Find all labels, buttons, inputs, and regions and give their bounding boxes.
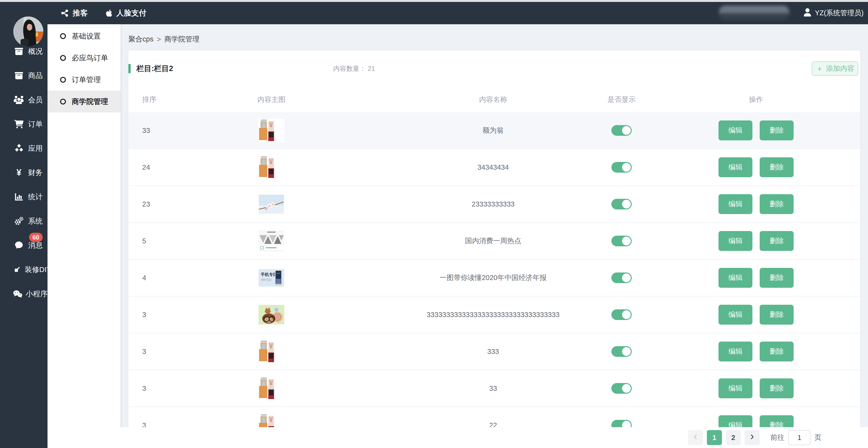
- avatar[interactable]: [13, 17, 43, 47]
- add-content-label: 添加内容: [826, 64, 854, 73]
- comment-icon: [12, 241, 25, 249]
- name-cell: 3333333333333333333333333333333333: [334, 311, 591, 319]
- visibility-toggle[interactable]: [611, 199, 632, 209]
- edit-button[interactable]: 编辑: [718, 379, 752, 398]
- content-thumbnail: 手机专区888元起BRZ: [258, 269, 284, 287]
- redacted-text: [719, 6, 789, 21]
- sort-cell: 33: [128, 126, 208, 135]
- visibility-toggle[interactable]: [611, 162, 632, 173]
- sidebar-item-decorate-diy[interactable]: 装修DIY: [0, 258, 48, 282]
- delete-button[interactable]: 删除: [760, 379, 794, 398]
- topnav-face-pay-label: 人脸支付: [116, 8, 146, 18]
- svg-text:手机专区: 手机专区: [260, 272, 277, 277]
- actions-cell: 编辑 删除: [652, 157, 860, 177]
- delete-button[interactable]: 删除: [760, 341, 794, 361]
- thumbnail-cell: 手机专区888元起BRZ: [208, 269, 334, 287]
- sidebar-item-label: 装修DIY: [25, 265, 51, 275]
- sidebar-item-members[interactable]: 会员: [0, 88, 48, 112]
- header-actions: 操作: [652, 95, 860, 104]
- delete-button[interactable]: 删除: [760, 194, 794, 214]
- page-unit-label: 页: [814, 433, 822, 442]
- gears-icon: [12, 217, 25, 226]
- submenu-item-label: 基础设置: [72, 31, 101, 41]
- sidebar-item-label: 订单: [28, 119, 43, 129]
- visible-cell: [591, 236, 652, 246]
- visibility-toggle[interactable]: [611, 125, 632, 136]
- visibility-toggle[interactable]: [611, 346, 632, 357]
- pagination-bar: 1 2 前往 页: [120, 427, 868, 448]
- visible-cell: [591, 125, 652, 136]
- prev-page-button[interactable]: [688, 430, 703, 445]
- header-sort: 排序: [128, 95, 208, 104]
- topnav-face-pay[interactable]: 人脸支付: [106, 8, 146, 18]
- edit-button[interactable]: 编辑: [718, 120, 752, 140]
- visibility-toggle[interactable]: [611, 272, 632, 283]
- yen-icon: ¥: [12, 168, 25, 178]
- bar-chart-icon: [12, 193, 25, 201]
- next-page-button[interactable]: [745, 430, 760, 445]
- sort-cell: 24: [128, 163, 208, 171]
- content-thumbnail: [258, 377, 284, 400]
- plus-icon: ＋: [816, 65, 823, 72]
- edit-button[interactable]: 编辑: [718, 157, 752, 177]
- user-menu[interactable]: YZ(系统管理员): [804, 8, 864, 18]
- sidebar-item-label: 小程序: [26, 289, 48, 299]
- submenu-item-basic-settings[interactable]: 基础设置: [48, 25, 120, 47]
- content-count-value: 21: [368, 65, 375, 72]
- edit-button[interactable]: 编辑: [718, 194, 752, 214]
- edit-button[interactable]: 编辑: [718, 341, 752, 361]
- sidebar-item-system[interactable]: 系统: [0, 209, 48, 233]
- content-thumbnail: [258, 119, 284, 142]
- name-cell: 国内消费一周热点: [334, 236, 591, 246]
- content-thumbnail: [259, 195, 284, 214]
- delete-button[interactable]: 删除: [760, 231, 794, 251]
- sidebar-item-messages[interactable]: 60 消息: [0, 233, 48, 258]
- sidebar-item-mini-program[interactable]: 小程序: [0, 282, 48, 306]
- sidebar-item-apps[interactable]: 应用: [0, 136, 48, 160]
- visible-cell: [591, 272, 652, 283]
- sidebar-item-label: 财务: [28, 168, 43, 178]
- visibility-toggle[interactable]: [611, 309, 632, 320]
- sidebar-item-goods[interactable]: 商品: [0, 63, 48, 88]
- apple-icon: [106, 9, 113, 17]
- topnav-tuike[interactable]: 推客: [61, 8, 88, 18]
- actions-cell: 编辑 删除: [652, 379, 860, 398]
- submenu-item-label: 商学院管理: [72, 97, 108, 107]
- delete-button[interactable]: 删除: [760, 305, 794, 325]
- breadcrumb-separator: >: [157, 35, 161, 43]
- sidebar-item-label: 应用: [28, 144, 43, 153]
- visibility-toggle[interactable]: [611, 383, 632, 394]
- table-row: 5 国内消费一周热点 编辑 删除: [128, 223, 860, 260]
- delete-button[interactable]: 删除: [760, 268, 794, 288]
- page-button-1[interactable]: 1: [707, 430, 722, 445]
- table-row: 33 额为翁 编辑 删除: [128, 112, 860, 149]
- submenu-item-business-school[interactable]: 商学院管理: [48, 91, 120, 113]
- delete-button[interactable]: 删除: [760, 157, 794, 177]
- page-button-2[interactable]: 2: [726, 430, 741, 445]
- thumbnail-cell: [208, 156, 334, 179]
- thumbnail-cell: [208, 230, 334, 251]
- submenu-item-order-management[interactable]: 订单管理: [48, 69, 120, 91]
- sidebar-item-finance[interactable]: ¥ 财务: [0, 160, 48, 185]
- page-title: 栏目:栏目2: [136, 63, 173, 74]
- svg-text:888元起: 888元起: [261, 278, 272, 281]
- topbar: 推客 人脸支付 YZ(系统管理员): [0, 2, 868, 24]
- visible-cell: [591, 309, 652, 320]
- sidebar-item-orders[interactable]: 订单: [0, 112, 48, 136]
- submenu-item-bingbird-orders[interactable]: 必应鸟订单: [48, 47, 120, 69]
- content-count: 内容数量： 21: [333, 64, 375, 73]
- add-content-button[interactable]: ＋ 添加内容: [812, 61, 858, 76]
- svg-text:BRZ: BRZ: [277, 272, 280, 274]
- visible-cell: [591, 346, 652, 357]
- sidebar-item-statistics[interactable]: 统计: [0, 185, 48, 209]
- visibility-toggle[interactable]: [611, 236, 632, 246]
- delete-button[interactable]: 删除: [760, 120, 794, 140]
- edit-button[interactable]: 编辑: [718, 268, 752, 288]
- sort-cell: 3: [128, 311, 208, 319]
- edit-button[interactable]: 编辑: [718, 231, 752, 251]
- goto-page-input[interactable]: [788, 430, 811, 445]
- sidebar-item-label: 统计: [28, 192, 43, 202]
- breadcrumb-parent[interactable]: 聚合cps: [128, 34, 153, 44]
- message-count-badge: 60: [29, 233, 43, 242]
- edit-button[interactable]: 编辑: [718, 305, 752, 325]
